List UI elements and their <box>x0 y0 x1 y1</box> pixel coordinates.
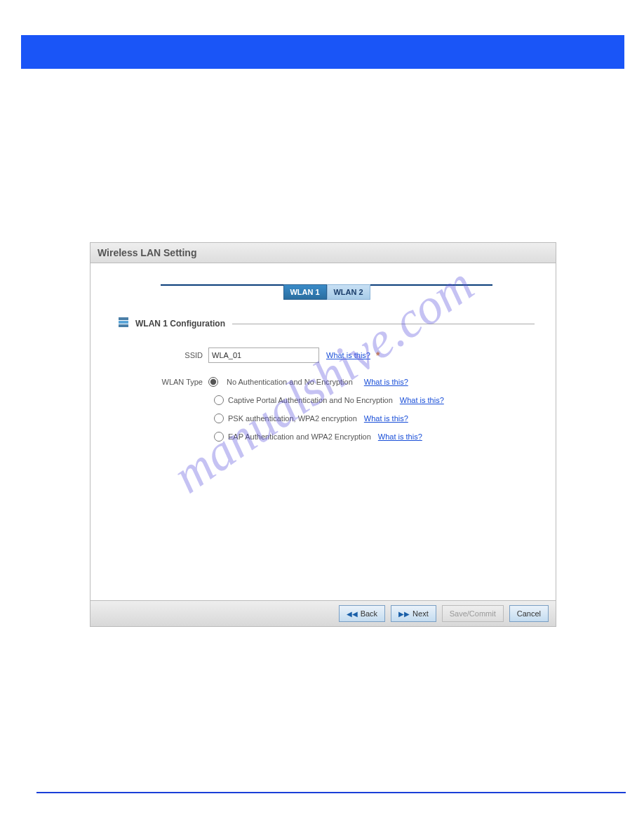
ssid-input[interactable] <box>208 348 319 363</box>
page-bottom-rule <box>36 792 626 793</box>
radio-option-2: PSK authentication, WPA2 encryption What… <box>119 413 535 423</box>
radio-label-0: No Authentication and No Encryption <box>227 378 353 386</box>
save-button-label: Save/Commit <box>450 609 496 618</box>
tab-wlan2[interactable]: WLAN 2 <box>327 284 370 300</box>
tab-row: WLAN 1 WLAN 2 <box>119 284 535 300</box>
page-header-bar <box>21 35 624 69</box>
radio-no-auth[interactable] <box>208 377 218 387</box>
radio-captive-portal[interactable] <box>214 395 224 405</box>
help-link-3[interactable]: What is this? <box>378 432 422 441</box>
radio-label-3: EAP Authentication and WPA2 Encryption <box>228 432 371 441</box>
save-commit-button: Save/Commit <box>442 605 504 622</box>
cancel-button-label: Cancel <box>517 609 541 618</box>
section-divider <box>232 324 535 324</box>
next-button[interactable]: ▶▶ Next <box>391 605 436 622</box>
back-button-label: Back <box>361 609 377 618</box>
section-header: WLAN 1 Configuration <box>119 317 535 330</box>
ssid-help-link[interactable]: What is this? <box>326 351 370 359</box>
radio-option-3: EAP Authentication and WPA2 Encryption W… <box>119 432 535 442</box>
tab-wlan1[interactable]: WLAN 1 <box>283 284 327 300</box>
wlan-type-row: WLAN Type No Authentication and No Encry… <box>119 377 535 387</box>
device-icon <box>119 317 131 330</box>
ssid-row: SSID What is this? * <box>119 348 535 363</box>
wlan-setting-dialog: Wireless LAN Setting WLAN 1 WLAN 2 WLAN … <box>90 242 556 627</box>
wlan-type-label: WLAN Type <box>154 378 208 386</box>
button-bar: ◀◀ Back ▶▶ Next Save/Commit Cancel <box>90 600 556 626</box>
radio-option-0: No Authentication and No Encryption What… <box>208 377 408 387</box>
radio-eap-wpa2[interactable] <box>214 432 224 442</box>
radio-option-1: Captive Portal Authentication and No Enc… <box>119 395 535 405</box>
help-link-2[interactable]: What is this? <box>364 414 408 423</box>
back-arrow-icon: ◀◀ <box>347 610 358 618</box>
help-link-0[interactable]: What is this? <box>364 378 408 386</box>
radio-psk-wpa2[interactable] <box>214 413 224 423</box>
ssid-label: SSID <box>154 351 208 359</box>
radio-label-1: Captive Portal Authentication and No Enc… <box>228 396 393 404</box>
help-link-1[interactable]: What is this? <box>400 396 444 404</box>
cancel-button[interactable]: Cancel <box>509 605 549 622</box>
section-title: WLAN 1 Configuration <box>135 319 225 329</box>
next-button-label: Next <box>412 609 429 618</box>
radio-label-2: PSK authentication, WPA2 encryption <box>228 414 357 423</box>
next-arrow-icon: ▶▶ <box>398 610 410 618</box>
back-button[interactable]: ◀◀ Back <box>339 605 385 622</box>
dialog-title: Wireless LAN Setting <box>90 243 556 263</box>
required-asterisk-icon: * <box>376 350 380 361</box>
dialog-content: WLAN 1 WLAN 2 WLAN 1 Configuration SSID … <box>90 263 556 600</box>
